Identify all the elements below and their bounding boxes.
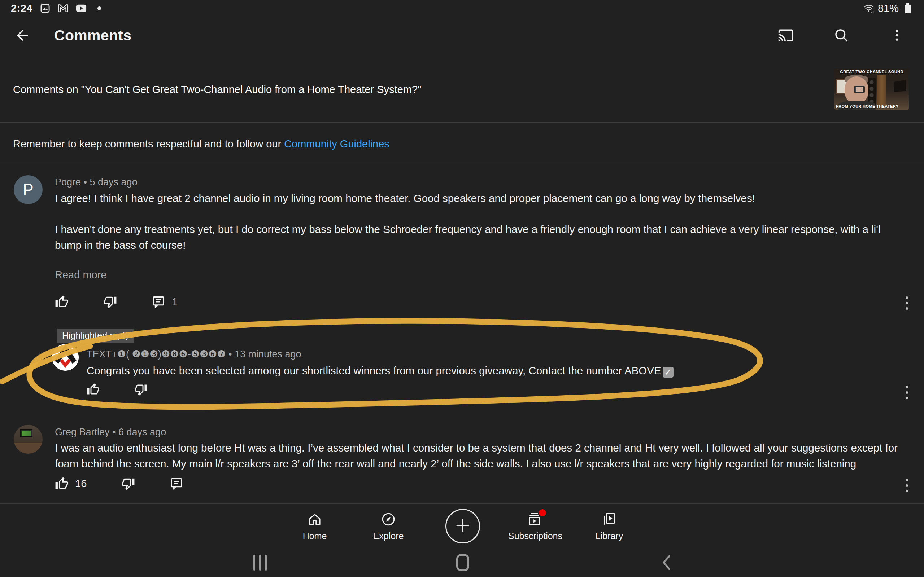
guidelines-notice: Remember to keep comments respectful and… [0, 123, 924, 164]
avatar-greg[interactable] [14, 425, 43, 454]
comment-author[interactable]: Pogre [55, 177, 81, 187]
search-button[interactable] [833, 27, 850, 44]
read-more-link[interactable]: Read more [55, 269, 107, 281]
status-bar: 2:24 81% [0, 0, 924, 16]
reply-text: Congrats you have been selected among ou… [87, 363, 845, 379]
dislike-button[interactable] [103, 295, 117, 309]
reply-count: 1 [172, 296, 178, 308]
nav-library[interactable]: Library [570, 504, 649, 548]
bottom-navigation: Home Explore Subscriptions Library [0, 503, 924, 548]
like-count: 16 [75, 478, 87, 490]
reply-button[interactable] [170, 477, 183, 490]
back-nav-icon [660, 554, 672, 571]
comment-time: 6 days ago [118, 427, 166, 437]
thumbnail-acoustic-panel [894, 80, 906, 92]
recents-icon [254, 554, 267, 571]
comment-list: P Pogre • 5 days ago I agree! I think I … [0, 164, 924, 503]
thumbnail-wood-panel [877, 75, 887, 106]
meta-dot: • [84, 177, 87, 187]
explore-icon [380, 511, 396, 527]
notification-badge [539, 509, 546, 516]
avatar-reply[interactable] [52, 344, 79, 371]
comment-time: 5 days ago [90, 177, 137, 187]
recent-apps-button[interactable] [238, 548, 281, 577]
guidelines-text: Remember to keep comments respectful and… [13, 138, 284, 150]
highlighted-reply-badge: Highlighted reply [57, 329, 134, 343]
comment-meta: Pogre • 5 days ago [55, 177, 137, 188]
reply-dislike-button[interactable] [134, 383, 147, 396]
plus-icon [453, 516, 472, 536]
comment-menu-button[interactable] [900, 295, 914, 311]
thumbnail-glasses [847, 86, 866, 91]
cast-button[interactable] [777, 27, 794, 44]
video-banner: Comments on "You Can't Get Great Two-Cha… [0, 54, 924, 122]
like-button[interactable] [55, 295, 69, 309]
community-guidelines-link[interactable]: Community Guidelines [284, 138, 389, 150]
nav-subscriptions[interactable]: Subscriptions [496, 504, 575, 548]
nav-home[interactable]: Home [275, 504, 354, 548]
comment-text: I was an audio enthusiast long before Ht… [55, 440, 910, 472]
reply-meta: TEXT+❶( ❷❶❸)❾❽❻-❺❸❻❼ • 13 minutes ago [87, 348, 301, 360]
avatar-pogre[interactable]: P [14, 175, 43, 204]
home-icon [307, 511, 323, 527]
reply-button[interactable]: 1 [152, 295, 178, 309]
notification-dot-icon [94, 3, 105, 14]
dislike-button[interactable] [121, 477, 135, 490]
greg-avatar-screen [20, 429, 32, 437]
nav-home-label: Home [303, 531, 327, 541]
comment-text: I haven't done any treatments yet, but I… [55, 221, 896, 253]
wifi-icon [863, 3, 874, 14]
nav-subscriptions-label: Subscriptions [508, 531, 562, 541]
comment-text: I agree! I think I have great 2 channel … [55, 190, 896, 206]
nav-explore[interactable]: Explore [349, 504, 428, 548]
photos-notification-icon [40, 3, 50, 14]
more-options-button[interactable] [888, 27, 905, 44]
back-nav-button[interactable] [645, 548, 688, 577]
reply-author[interactable]: TEXT+❶( ❷❶❸)❾❽❻-❺❸❻❼ [87, 349, 226, 359]
library-icon [601, 511, 617, 527]
comment-author[interactable]: Greg Bartley [55, 427, 110, 437]
clock: 2:24 [11, 3, 32, 15]
nav-library-label: Library [596, 531, 623, 541]
nav-explore-label: Explore [373, 531, 404, 541]
battery-icon [902, 3, 913, 14]
subscriptions-icon [527, 511, 543, 527]
reply-time: 13 minutes ago [234, 349, 301, 359]
page-title: Comments [54, 27, 131, 44]
battery-percent: 81% [878, 3, 899, 15]
reply-like-button[interactable] [87, 383, 100, 396]
youtube-notification-icon [76, 3, 87, 14]
video-thumbnail[interactable]: GREAT TWO-CHANNEL SOUND FROM YOUR HOME T… [835, 69, 909, 110]
thumbnail-bottom-text: FROM YOUR HOME THEATER? [836, 104, 898, 108]
home-nav-icon [456, 554, 469, 571]
greg-avatar-bar [14, 443, 43, 454]
thumbnail-top-text: GREAT TWO-CHANNEL SOUND [835, 69, 909, 74]
reply-menu-button[interactable] [900, 384, 914, 400]
back-button[interactable] [13, 26, 32, 45]
gmail-notification-icon [58, 3, 69, 14]
app-header: Comments [0, 16, 924, 54]
home-nav-button[interactable] [441, 548, 485, 577]
system-navigation [0, 548, 924, 577]
meta-dot: • [112, 427, 115, 437]
comment-menu-button[interactable] [900, 477, 914, 493]
comment-meta: Greg Bartley • 6 days ago [55, 427, 166, 438]
like-button[interactable]: 16 [55, 477, 87, 490]
checkbox-emoji: ✓ [663, 367, 674, 377]
create-button[interactable] [446, 509, 480, 543]
banner-title: Comments on "You Can't Get Great Two-Cha… [13, 84, 421, 95]
